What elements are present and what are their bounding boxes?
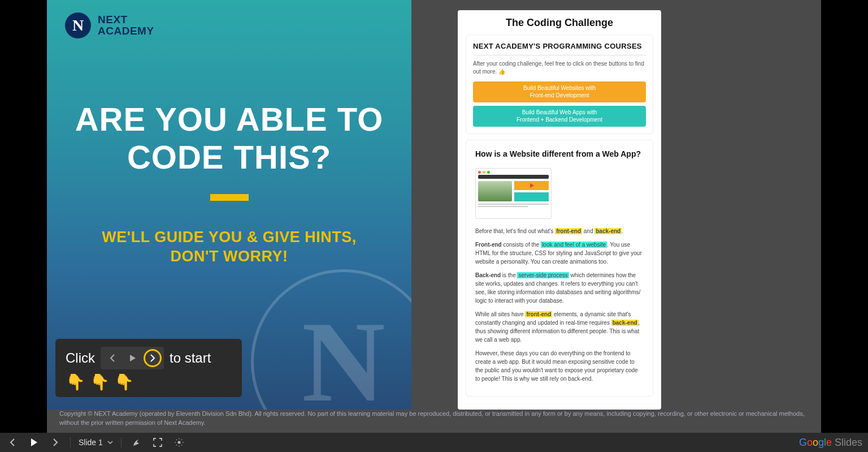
copyright-text: Copyright © NEXT Academy (operated by El…	[47, 410, 821, 433]
hint-emojis: 👇 👇 👇	[66, 373, 232, 391]
play-button[interactable]	[27, 436, 41, 449]
slide-left-panel: N NEXT ACADEMY ARE YOU ABLE TO CODE THIS…	[47, 0, 411, 410]
hint-overlay: Click to start 👇 👇 👇	[55, 339, 242, 397]
svg-text:N: N	[302, 298, 385, 410]
explain-heading: How is a Website different from a Web Ap…	[475, 148, 644, 160]
hint-next-icon	[144, 349, 162, 367]
presenter-toolbar: Slide 1 Google Slides	[0, 433, 868, 452]
hint-click-label: Click	[66, 350, 95, 366]
hint-play-icon	[123, 350, 142, 367]
courses-description: After your coding challenge, feel free t…	[473, 60, 646, 76]
explain-p5: However, these days you can do everythin…	[475, 349, 644, 383]
hint-prev-icon	[103, 350, 122, 367]
explain-p4: While all sites have front-end elements,…	[475, 310, 644, 344]
hint-start-label: to start	[170, 350, 211, 366]
prev-slide-button[interactable]	[6, 436, 19, 449]
website-mockup-image	[475, 168, 552, 219]
logo-badge: N	[65, 12, 91, 38]
card-title: The Coding Challenge	[466, 17, 653, 29]
courses-heading: NEXT ACADEMY'S PROGRAMMING COURSES	[473, 42, 646, 55]
slide-selector[interactable]: Slide 1	[79, 438, 113, 447]
slide-subtitle: WE'LL GUIDE YOU & GIVE HINTS, DON'T WORR…	[70, 228, 389, 266]
explain-p2: Front-end consists of the look and feel …	[475, 240, 644, 266]
explain-p1: Before that, let's find out what's front…	[475, 227, 644, 235]
challenge-card: The Coding Challenge NEXT ACADEMY'S PROG…	[458, 10, 661, 410]
settings-button[interactable]	[172, 436, 186, 449]
pointer-button[interactable]	[129, 436, 143, 449]
explain-p3: Back-end is the server-side process whic…	[475, 271, 644, 305]
slide-title: ARE YOU ABLE TO CODE THIS?	[70, 101, 389, 176]
fullscreen-button[interactable]	[151, 436, 164, 449]
google-slides-brand: Google Slides	[799, 437, 862, 449]
chevron-down-icon	[107, 441, 113, 444]
hint-nav-pill	[101, 347, 164, 369]
courses-section: NEXT ACADEMY'S PROGRAMMING COURSES After…	[466, 35, 653, 134]
logo-text: NEXT ACADEMY	[98, 14, 154, 37]
accent-bar	[210, 194, 249, 201]
svg-point-2	[177, 441, 180, 444]
frontend-course-button[interactable]: Build Beautiful Websites with Front-end …	[473, 81, 646, 102]
next-slide-button[interactable]	[49, 436, 62, 449]
logo: N NEXT ACADEMY	[65, 12, 389, 38]
watermark-logo: N	[248, 266, 411, 410]
slide-right-panel: The Coding Challenge NEXT ACADEMY'S PROG…	[411, 0, 821, 410]
fullstack-course-button[interactable]: Build Beautiful Web Apps with Frontend +…	[473, 106, 646, 127]
explain-section: How is a Website different from a Web Ap…	[466, 140, 653, 397]
